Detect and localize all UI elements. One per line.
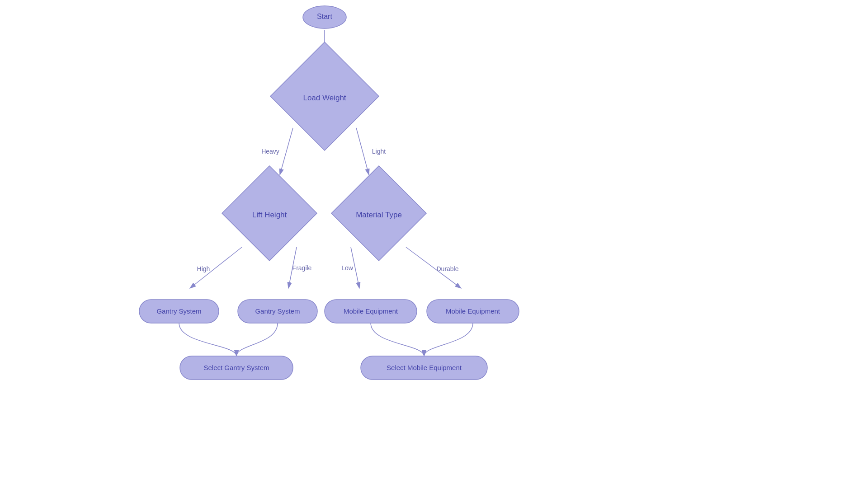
- mobile-equipment-label-2: Mobile Equipment: [446, 307, 500, 315]
- select-mobile-equipment-label: Select Mobile Equipment: [387, 364, 462, 371]
- gantry-system-label-1: Gantry System: [156, 307, 201, 315]
- label-fragile: Fragile: [292, 264, 312, 272]
- label-durable: Durable: [436, 265, 458, 272]
- label-light: Light: [372, 148, 386, 155]
- background: [0, 0, 868, 488]
- gantry-system-label-2: Gantry System: [255, 307, 300, 315]
- start-label: Start: [317, 13, 332, 20]
- mobile-equipment-label-1: Mobile Equipment: [344, 307, 398, 315]
- material-type-label: Material Type: [356, 211, 402, 219]
- label-high: High: [197, 265, 210, 272]
- label-heavy: Heavy: [261, 148, 279, 155]
- lift-height-label: Lift Height: [252, 211, 287, 219]
- label-low: Low: [341, 264, 354, 272]
- select-gantry-system-label: Select Gantry System: [203, 364, 269, 371]
- load-weight-label: Load Weight: [303, 94, 346, 102]
